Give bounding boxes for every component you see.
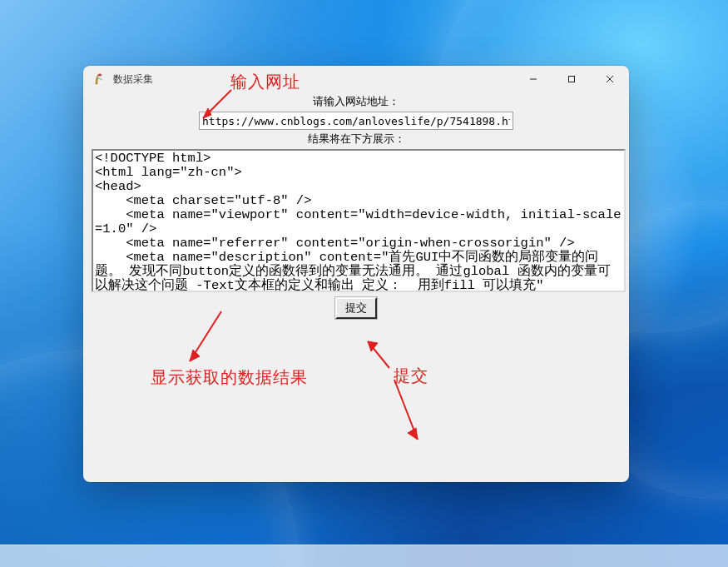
- svg-point-0: [98, 74, 102, 76]
- result-prompt-label: 结果将在下方展示：: [92, 132, 621, 147]
- app-icon: [93, 72, 106, 86]
- titlebar[interactable]: 数据采集: [83, 66, 629, 92]
- desktop-background: 数据采集 请输入网站地址： 结果将在下方展示： <!DOCTYPE html> …: [0, 0, 728, 567]
- taskbar[interactable]: [0, 545, 728, 567]
- url-input[interactable]: [199, 112, 513, 130]
- svg-rect-2: [569, 77, 575, 82]
- result-textbox[interactable]: <!DOCTYPE html> <html lang="zh-cn"> <hea…: [92, 149, 626, 292]
- app-window: 数据采集 请输入网站地址： 结果将在下方展示： <!DOCTYPE html> …: [83, 66, 629, 482]
- maximize-button[interactable]: [552, 66, 591, 92]
- url-prompt-label: 请输入网站地址：: [92, 94, 621, 109]
- minimize-button[interactable]: [514, 66, 552, 92]
- close-button[interactable]: [591, 66, 629, 92]
- form-area: 请输入网站地址： 结果将在下方展示： <!DOCTYPE html> <html…: [83, 94, 629, 319]
- submit-button[interactable]: 提交: [335, 297, 377, 319]
- window-title: 数据采集: [113, 72, 153, 87]
